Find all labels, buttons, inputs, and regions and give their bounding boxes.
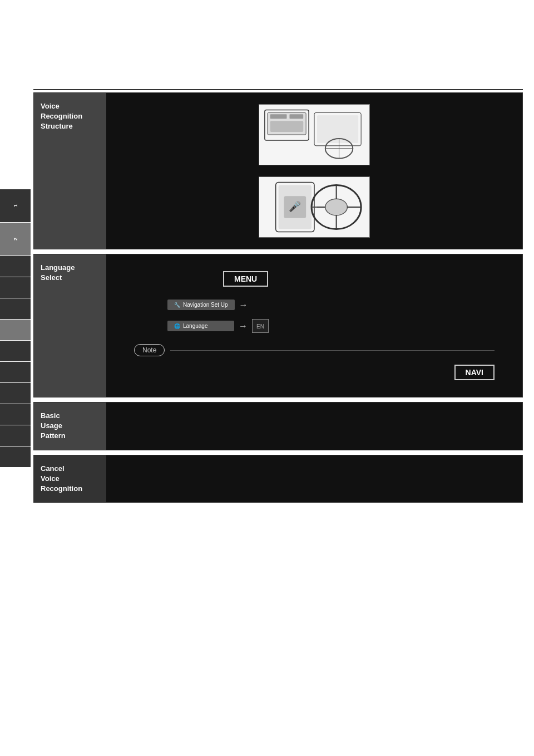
svg-rect-5 — [270, 114, 287, 119]
language-select-label: Language Select — [34, 254, 106, 397]
sidebar-tab-4[interactable] — [0, 277, 31, 298]
sidebar-tab-active[interactable] — [0, 320, 31, 341]
steering-wheel-image: 🎤 — [259, 176, 370, 238]
sidebar-tab-11[interactable] — [0, 446, 31, 468]
nav-setup-row: 🔧 Navigation Set Up → — [167, 300, 495, 310]
sidebar-tab-10[interactable] — [0, 425, 31, 446]
basic-usage-content — [106, 402, 522, 450]
main-content: Voice Recognition Structure — [33, 89, 523, 503]
svg-point-19 — [325, 199, 348, 215]
arrow-1: → — [239, 300, 248, 310]
sidebar-tab-7[interactable] — [0, 362, 31, 383]
basic-usage-section: Basic Usage Pattern — [33, 402, 523, 450]
sidebar-tab-1[interactable]: 1 — [0, 189, 31, 223]
nav-setup-button[interactable]: 🔧 Navigation Set Up — [167, 300, 235, 310]
nav-icon: 🔧 — [174, 302, 180, 308]
navi-row: NAVI — [134, 365, 495, 380]
voice-recognition-content: 🎤 — [106, 93, 522, 249]
note-line — [170, 350, 495, 351]
language-row: 🌐 Language → EN — [167, 319, 495, 333]
sidebar-tab-9[interactable] — [0, 404, 31, 425]
language-select-icon: EN — [252, 319, 269, 333]
sidebar-tab-5[interactable] — [0, 298, 31, 320]
cancel-voice-section: Cancel Voice Recognition — [33, 455, 523, 503]
svg-text:EN: EN — [256, 323, 264, 330]
svg-rect-7 — [270, 121, 303, 132]
voice-recognition-label: Voice Recognition Structure — [34, 93, 106, 249]
sidebar-tabs: 1 2 — [0, 189, 31, 468]
sidebar-tab-3[interactable] — [0, 256, 31, 277]
language-select-content: MENU 🔧 Navigation Set Up → 🌐 — [106, 254, 522, 397]
arrow-2: → — [239, 321, 248, 331]
language-icon: 🌐 — [174, 323, 180, 329]
voice-recognition-section: Voice Recognition Structure — [33, 92, 523, 249]
top-divider — [33, 89, 523, 90]
page-container: 1 2 GT V — [0, 89, 534, 756]
sidebar-tab-6[interactable] — [0, 341, 31, 362]
basic-usage-label: Basic Usage Pattern — [34, 402, 106, 450]
language-select-section: Language Select MENU 🔧 Navigation Set Up — [33, 254, 523, 397]
cancel-voice-content — [106, 455, 522, 503]
svg-rect-6 — [289, 114, 303, 119]
sidebar-tab-2[interactable]: 2 — [0, 223, 31, 256]
navi-button[interactable]: NAVI — [454, 365, 495, 380]
svg-text:🎤: 🎤 — [289, 200, 301, 213]
note-row: Note — [134, 344, 495, 356]
cancel-voice-label: Cancel Voice Recognition — [34, 455, 106, 503]
menu-button[interactable]: MENU — [223, 271, 268, 287]
language-flow: MENU 🔧 Navigation Set Up → 🌐 — [117, 263, 511, 389]
sidebar-tab-8[interactable] — [0, 383, 31, 404]
note-label: Note — [134, 344, 165, 356]
language-button[interactable]: 🌐 Language — [167, 321, 234, 331]
dashboard-image — [259, 104, 370, 165]
